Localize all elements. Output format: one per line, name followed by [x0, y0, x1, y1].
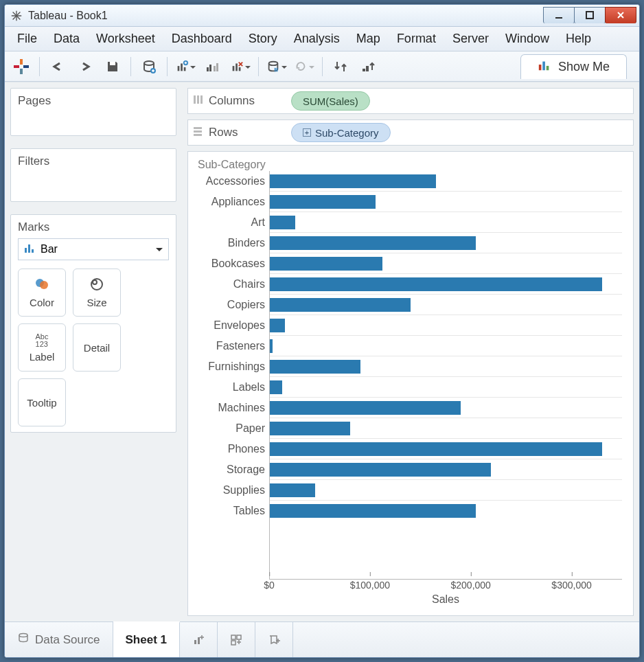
svg-point-24: [269, 61, 278, 65]
new-worksheet-button[interactable]: [174, 56, 196, 78]
chart-bar[interactable]: [270, 483, 315, 497]
svg-rect-5: [586, 12, 593, 19]
window-title: Tableau - Book1: [28, 10, 544, 22]
menu-analysis[interactable]: Analysis: [287, 29, 347, 49]
chart-row: [270, 459, 622, 480]
marks-detail-button[interactable]: Detail: [73, 323, 121, 372]
chart-body: AccessoriesAppliancesArtBindersBookcases…: [192, 171, 622, 580]
chart-bar[interactable]: [270, 195, 376, 209]
close-button[interactable]: [605, 7, 636, 23]
chart-bar[interactable]: [270, 360, 360, 374]
menu-data[interactable]: Data: [47, 29, 87, 49]
svg-point-38: [93, 280, 97, 284]
swap-button[interactable]: [330, 56, 352, 78]
rows-icon: [192, 126, 203, 140]
svg-rect-34: [32, 249, 34, 253]
svg-rect-18: [209, 65, 211, 71]
y-label: Paper: [192, 418, 269, 439]
menu-dashboard[interactable]: Dashboard: [165, 29, 239, 49]
y-label: Accessories: [192, 171, 269, 192]
marks-card: Marks Bar Color Size Abc: [10, 214, 176, 433]
refresh-button[interactable]: [293, 56, 315, 78]
chart-bar[interactable]: [270, 504, 476, 518]
chart-bar[interactable]: [270, 319, 285, 332]
chart-row: [270, 295, 622, 315]
chart-bar[interactable]: [270, 401, 461, 415]
maximize-button[interactable]: [574, 7, 606, 23]
columns-pill-sum-sales[interactable]: SUM(Sales): [291, 91, 370, 111]
chart-row: [270, 315, 622, 336]
new-dashboard-tab[interactable]: [218, 622, 255, 657]
chart-bar[interactable]: [270, 257, 382, 271]
marks-size-button[interactable]: Size: [73, 269, 121, 317]
minimize-button[interactable]: [543, 7, 575, 23]
y-label: Fasteners: [192, 336, 269, 356]
svg-rect-47: [198, 637, 200, 644]
marks-label: Marks: [18, 220, 169, 234]
new-datasource-button[interactable]: [138, 56, 160, 78]
menu-format[interactable]: Format: [390, 29, 443, 49]
y-label: Supplies: [192, 480, 269, 501]
svg-rect-49: [237, 635, 241, 639]
chart-bar[interactable]: [270, 442, 602, 456]
redo-button[interactable]: [74, 56, 96, 78]
data-source-tab[interactable]: Data Source: [5, 622, 113, 657]
svg-rect-23: [239, 67, 241, 70]
undo-button[interactable]: [47, 56, 69, 78]
sheet-1-tab[interactable]: Sheet 1: [113, 621, 180, 657]
chart-bar[interactable]: [270, 339, 273, 353]
marks-label-button[interactable]: Abc123 Label: [18, 323, 66, 372]
chart-row: [270, 192, 622, 212]
menu-help[interactable]: Help: [559, 29, 598, 49]
svg-rect-13: [178, 66, 180, 71]
marks-tooltip-button[interactable]: Tooltip: [18, 378, 66, 426]
menu-server[interactable]: Server: [446, 29, 496, 49]
chart-bar[interactable]: [270, 422, 350, 435]
svg-rect-21: [233, 66, 235, 71]
menu-story[interactable]: Story: [242, 29, 284, 49]
canvas-column: Columns SUM(Sales) Rows + Sub-Category: [182, 82, 639, 621]
chart-bar[interactable]: [270, 380, 282, 394]
menu-map[interactable]: Map: [349, 29, 387, 49]
show-me-button[interactable]: Show Me: [520, 54, 627, 79]
shelves: Columns SUM(Sales) Rows + Sub-Category: [182, 82, 639, 151]
svg-rect-14: [181, 63, 183, 71]
chart-bar[interactable]: [270, 298, 411, 312]
bar-chart-icon: [24, 242, 35, 256]
new-story-tab[interactable]: [255, 622, 293, 657]
chart-bar[interactable]: [270, 236, 476, 250]
chart-bar[interactable]: [270, 463, 491, 477]
filters-shelf[interactable]: Filters: [10, 148, 176, 202]
svg-point-45: [19, 634, 27, 637]
columns-shelf-label: Columns: [192, 94, 281, 109]
tableau-start-icon[interactable]: [10, 56, 32, 78]
rows-shelf-label: Rows: [192, 126, 281, 140]
chart-plot[interactable]: [269, 171, 622, 580]
svg-rect-46: [194, 640, 196, 644]
columns-shelf[interactable]: Columns SUM(Sales): [187, 88, 634, 114]
rows-shelf[interactable]: Rows + Sub-Category: [187, 119, 634, 146]
auto-update-button[interactable]: [266, 56, 288, 78]
sort-asc-button[interactable]: [357, 56, 379, 78]
svg-rect-25: [275, 67, 276, 71]
new-worksheet-tab[interactable]: [180, 622, 218, 657]
clear-sheet-button[interactable]: [229, 56, 251, 78]
menu-window[interactable]: Window: [498, 29, 556, 49]
chart-bar[interactable]: [270, 277, 602, 291]
duplicate-sheet-button[interactable]: [202, 56, 224, 78]
chart-row: [270, 377, 622, 398]
chart-bar[interactable]: [270, 216, 295, 229]
app-window: Tableau - Book1 File Data Worksheet Dash…: [4, 4, 640, 658]
svg-rect-44: [194, 134, 202, 136]
pages-shelf[interactable]: Pages: [10, 88, 176, 136]
menu-file[interactable]: File: [10, 29, 44, 49]
rows-pill-sub-category[interactable]: + Sub-Category: [291, 123, 391, 142]
menu-worksheet[interactable]: Worksheet: [89, 29, 162, 49]
svg-point-11: [144, 61, 154, 65]
chart-bar[interactable]: [270, 174, 436, 188]
menu-bar: File Data Worksheet Dashboard Story Anal…: [5, 27, 639, 52]
save-button[interactable]: [102, 56, 124, 78]
mark-type-dropdown[interactable]: Bar: [18, 238, 169, 260]
marks-color-button[interactable]: Color: [18, 269, 66, 317]
svg-rect-31: [547, 66, 549, 70]
